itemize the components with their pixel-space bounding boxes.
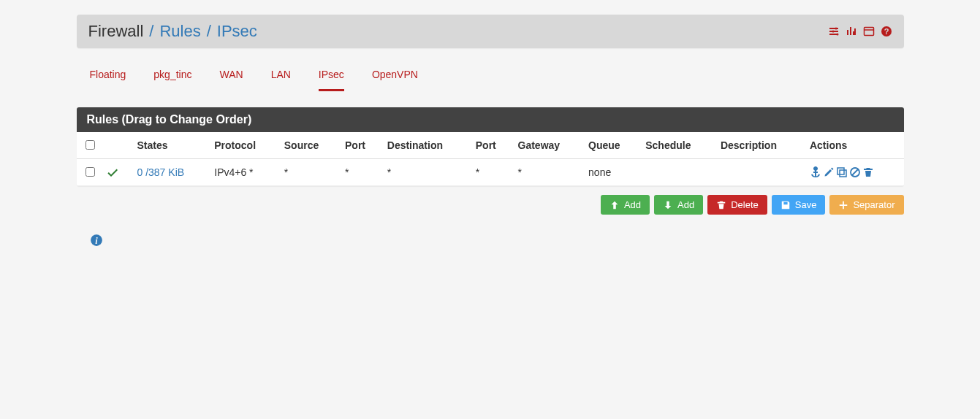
edit-icon[interactable] xyxy=(823,166,835,178)
tab-openvpn[interactable]: OpenVPN xyxy=(372,69,418,91)
col-actions: Actions xyxy=(804,132,904,159)
status-icon[interactable] xyxy=(846,26,857,37)
page-header: Firewall / Rules / IPsec ? xyxy=(77,15,904,48)
breadcrumb-sep: / xyxy=(207,22,211,41)
copy-icon[interactable] xyxy=(836,166,848,178)
col-protocol: Protocol xyxy=(208,132,278,159)
plus-icon xyxy=(838,200,848,210)
svg-rect-4 xyxy=(864,28,873,36)
info-icon[interactable]: i xyxy=(90,234,103,247)
btn-label: Separator xyxy=(853,199,894,210)
btn-label: Save xyxy=(795,199,817,210)
btn-label: Delete xyxy=(731,199,759,210)
breadcrumb-ipsec[interactable]: IPsec xyxy=(217,22,257,41)
col-schedule: Schedule xyxy=(639,132,715,159)
tab-pkg-tinc[interactable]: pkg_tinc xyxy=(153,69,191,91)
svg-text:i: i xyxy=(95,236,98,246)
tab-lan[interactable]: LAN xyxy=(271,69,291,91)
cell-protocol: IPv4+6 * xyxy=(208,159,278,186)
svg-line-11 xyxy=(851,169,858,176)
btn-label: Add xyxy=(677,199,694,210)
col-port: Port xyxy=(339,132,381,159)
anchor-icon[interactable] xyxy=(810,166,821,178)
cell-port2: * xyxy=(470,159,512,186)
col-gateway: Gateway xyxy=(512,132,583,159)
col-status xyxy=(101,132,132,159)
cell-gateway: * xyxy=(512,159,583,186)
separator-button[interactable]: Separator xyxy=(829,195,903,215)
select-all-checkbox[interactable] xyxy=(86,140,95,150)
svg-point-0 xyxy=(835,28,837,30)
header-actions: ? xyxy=(828,26,892,37)
svg-point-1 xyxy=(832,31,834,33)
table-header-row: States Protocol Source Port Destination … xyxy=(77,132,904,159)
col-queue: Queue xyxy=(582,132,639,159)
svg-point-2 xyxy=(836,34,838,36)
cell-source: * xyxy=(278,159,339,186)
states-link[interactable]: 0 /387 KiB xyxy=(137,166,184,178)
delete-button[interactable]: Delete xyxy=(707,195,767,215)
breadcrumb-rules[interactable]: Rules xyxy=(159,22,200,41)
row-checkbox[interactable] xyxy=(86,167,95,177)
button-row: Add Add Delete Save Separator xyxy=(77,195,904,215)
breadcrumb-root: Firewall xyxy=(88,22,144,41)
col-port2: Port xyxy=(470,132,512,159)
cell-description xyxy=(715,159,804,186)
svg-rect-8 xyxy=(837,168,844,174)
table-row[interactable]: 0 /387 KiB IPv4+6 * * * * * * none xyxy=(77,159,904,186)
arrow-up-icon xyxy=(609,200,620,210)
svg-rect-3 xyxy=(854,28,856,35)
log-icon[interactable] xyxy=(863,26,875,37)
cell-schedule xyxy=(639,159,715,186)
panel-title: Rules (Drag to Change Order) xyxy=(77,107,904,132)
row-actions xyxy=(810,166,898,178)
settings-icon[interactable] xyxy=(828,26,840,37)
trash-icon[interactable] xyxy=(862,166,874,178)
btn-label: Add xyxy=(624,199,641,210)
save-button[interactable]: Save xyxy=(772,195,826,215)
arrow-down-icon xyxy=(663,200,673,210)
col-destination: Destination xyxy=(381,132,470,159)
rules-table: States Protocol Source Port Destination … xyxy=(77,132,904,186)
svg-rect-9 xyxy=(840,170,846,177)
svg-text:?: ? xyxy=(884,27,889,36)
tab-bar: Floating pkg_tinc WAN LAN IPsec OpenVPN xyxy=(77,48,904,91)
breadcrumb: Firewall / Rules / IPsec xyxy=(88,22,257,41)
col-select xyxy=(77,132,101,159)
tab-wan[interactable]: WAN xyxy=(219,69,243,91)
check-icon xyxy=(107,166,126,178)
tab-ipsec[interactable]: IPsec xyxy=(319,69,344,91)
save-icon xyxy=(780,200,791,210)
cell-port: * xyxy=(339,159,381,186)
tab-floating[interactable]: Floating xyxy=(90,69,126,91)
add-bottom-button[interactable]: Add xyxy=(654,195,703,215)
cell-destination: * xyxy=(381,159,470,186)
rules-panel: Rules (Drag to Change Order) States Prot… xyxy=(77,107,904,186)
add-top-button[interactable]: Add xyxy=(601,195,650,215)
disable-icon[interactable] xyxy=(849,166,861,178)
col-description: Description xyxy=(715,132,804,159)
col-states: States xyxy=(131,132,208,159)
help-icon[interactable]: ? xyxy=(881,26,892,37)
breadcrumb-sep: / xyxy=(149,22,153,41)
cell-queue: none xyxy=(582,159,639,186)
trash-icon xyxy=(716,200,726,210)
col-source: Source xyxy=(278,132,339,159)
